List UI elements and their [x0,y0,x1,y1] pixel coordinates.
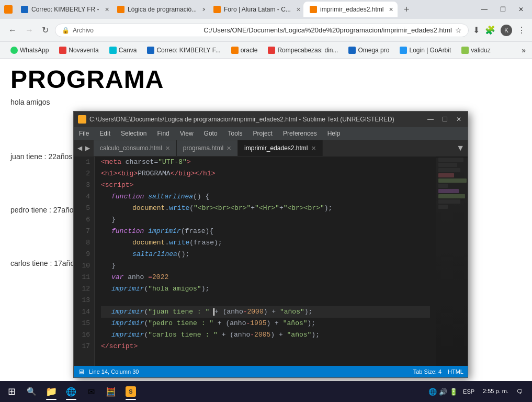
bookmark-canva[interactable]: Canva [105,46,141,55]
sublime-tab-close-imprimir[interactable]: ✕ [311,145,316,152]
calculator-button[interactable]: 🧮 [101,382,120,401]
sublime-tab-programa[interactable]: programa.html ✕ [177,140,238,156]
status-monitor-icon: 🖥 [78,368,85,376]
status-position: Line 14, Column 30 [89,368,139,375]
sublime-taskbar-icon: S [126,386,136,397]
code-line-15: imprimir("pedro tiene : " + (anho-1995) … [101,318,430,329]
menu-edit[interactable]: Edit [94,127,116,140]
search-button[interactable]: 🔍 [22,382,41,401]
browser-actions: ⬇ 🧩 K ⋮ [473,25,526,36]
code-line-7: function imprimir(frase){ [101,226,430,237]
restore-button[interactable]: ❐ [496,5,510,14]
tab-foro[interactable]: Foro | Alura Latam - C... ✕ [207,2,301,17]
forward-button[interactable]: → [23,24,36,37]
output-hola: hola amigos [10,98,522,106]
clock-time: 2:55 p. m. [483,387,508,395]
search-icon: 🔍 [27,387,37,396]
reload-button[interactable]: ↻ [40,23,51,37]
bookmark-oracle[interactable]: oracle [227,46,262,55]
file-explorer-button[interactable]: 📁 [42,382,61,401]
bookmark-omega[interactable]: Omega pro [344,46,393,55]
code-line-6: } [101,214,430,226]
sublime-tab-close-calculo[interactable]: ✕ [165,145,170,152]
menu-selection[interactable]: Selection [116,127,152,140]
sublime-close-button[interactable]: ✕ [454,116,463,123]
tab-close-correo[interactable]: ✕ [105,6,109,13]
sublime-tab-label-programa: programa.html [183,144,223,152]
code-line-4: function saltarlinea() { [101,191,430,203]
bookmark-favicon-goarbit [400,47,407,54]
address-box[interactable]: 🔒 Archivo C:/Users/ONE/Documents/Logica%… [55,24,469,37]
bookmark-validuz[interactable]: validuz [457,46,494,55]
notification-icon: 🗨 [517,388,523,395]
profile-menu-icon[interactable]: K [501,25,512,36]
messaging-icon: ✉ [88,387,95,397]
extensions-icon[interactable]: 🧩 [485,25,495,35]
sublime-tab-label-imprimir: imprimir_edades2.html [244,144,308,152]
bookmark-label-canva: Canva [119,47,137,54]
bookmark-whatsapp[interactable]: WhatsApp [6,46,53,55]
bookmark-label-goarbit: Login | GoArbit [409,47,451,54]
bookmark-favicon-novaventa [59,47,66,54]
start-button[interactable]: ⊞ [2,382,21,401]
chrome-icon: 🌐 [66,387,76,397]
tab-close-logica[interactable]: ✕ [202,6,205,13]
bookmarks-bar: WhatsApp Novaventa Canva Correo: KIMBERL… [0,42,532,59]
bookmark-star-icon[interactable]: ☆ [455,26,462,35]
tab-logica[interactable]: Lógica de programació... ✕ [111,2,205,17]
sublime-menubar: File Edit Selection Find View Goto Tools… [74,127,468,140]
messaging-button[interactable]: ✉ [82,382,100,401]
code-line-12: imprimir("hola amigos"); [101,283,430,295]
menu-preferences[interactable]: Preferences [278,127,322,140]
chrome-button[interactable]: 🌐 [62,382,81,401]
sublime-taskbar-button[interactable]: S [121,382,140,401]
sublime-tab-imprimir[interactable]: imprimir_edades2.html ✕ [238,140,322,156]
tab-label-foro: Foro | Alura Latam - C... [224,6,291,13]
sublime-tab-next[interactable]: ▶ [84,144,92,152]
bookmark-novaventa[interactable]: Novaventa [55,46,103,55]
status-syntax: HTML [448,368,463,375]
tab-favicon-imprimir [310,6,317,13]
bookmark-favicon-omega [348,47,356,54]
menu-help[interactable]: Help [322,127,346,140]
more-options-icon[interactable]: ⋮ [517,25,526,35]
bookmark-favicon-correo [147,47,154,54]
menu-view[interactable]: View [175,127,199,140]
sublime-tab-calculo[interactable]: calculo_consumo.html ✕ [94,140,177,156]
menu-find[interactable]: Find [152,127,174,140]
bookmark-favicon-rompecabezas [268,47,275,54]
back-button[interactable]: ← [6,24,19,37]
sublime-code-area[interactable]: 12345 678910 1112131415 1617 <meta chars… [74,157,468,366]
bookmark-correo[interactable]: Correo: KIMBERLY F... [143,46,224,55]
menu-tools[interactable]: Tools [223,127,248,140]
sublime-tab-close-programa[interactable]: ✕ [227,145,231,152]
sublime-tab-prev[interactable]: ◀ [76,144,84,152]
address-bar: ← → ↻ 🔒 Archivo C:/Users/ONE/Documents/L… [0,19,532,42]
tab-imprimir[interactable]: imprimir_edades2.html ✕ [303,2,398,17]
close-button[interactable]: ✕ [514,5,528,14]
sublime-app-icon [78,115,86,124]
bookmark-label-correo: Correo: KIMBERLY F... [156,47,220,54]
new-tab-button[interactable]: + [400,4,414,15]
sublime-restore-button[interactable]: ☐ [440,116,450,123]
menu-file[interactable]: File [74,127,94,140]
minimize-button[interactable]: — [477,5,492,14]
address-actions: ☆ [455,26,462,35]
tab-label-logica: Lógica de programació... [128,6,197,13]
code-line-10: } [101,260,430,272]
bookmark-goarbit[interactable]: Login | GoArbit [395,46,455,55]
tab-close-foro[interactable]: ✕ [296,6,301,13]
sublime-minimize-button[interactable]: — [425,116,436,123]
sublime-tabs-arrow[interactable]: ▼ [453,143,468,153]
bookmarks-more-button[interactable]: » [522,46,526,54]
tab-correo[interactable]: Correo: KIMBERLY FR - ✕ [15,2,109,17]
language-indicator[interactable]: ESP [460,387,478,396]
notification-button[interactable]: 🗨 [514,386,526,397]
bookmark-rompecabezas[interactable]: Rompecabezas: din... [264,46,342,55]
menu-project[interactable]: Project [248,127,278,140]
tab-close-imprimir[interactable]: ✕ [389,6,393,13]
system-clock[interactable]: 2:55 p. m. [480,386,512,396]
code-line-5: document.write("<br><br><br>"+"<Hr>"+"<b… [101,203,430,214]
menu-goto[interactable]: Goto [199,127,223,140]
downloads-icon[interactable]: ⬇ [473,25,480,35]
